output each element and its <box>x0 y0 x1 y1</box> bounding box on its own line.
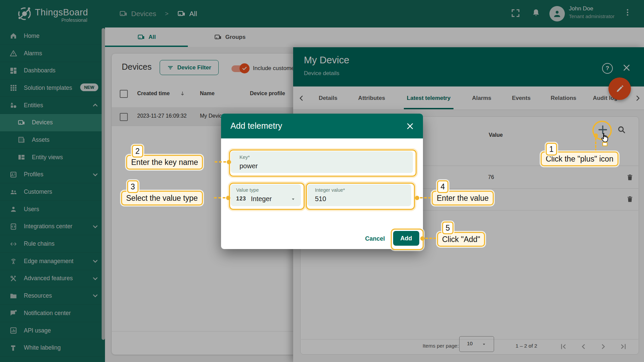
numeric-type-icon: 123 <box>236 196 246 202</box>
cancel-button[interactable]: Cancel <box>360 233 390 245</box>
value-type-value: Integer <box>251 195 272 203</box>
key-value: power <box>239 162 258 170</box>
connector-dot <box>415 196 419 200</box>
callout-3-number: 3 <box>127 180 139 193</box>
close-icon[interactable] <box>406 122 414 130</box>
integer-label: Integer value* <box>315 187 345 193</box>
connector-line-1 <box>595 138 596 152</box>
callout-5-number: 5 <box>442 222 453 234</box>
connector-dot <box>227 160 231 164</box>
callout-1-number: 1 <box>546 143 557 156</box>
key-input[interactable]: Key* power <box>231 151 413 173</box>
connector-dot <box>420 236 425 241</box>
hand-cursor-icon <box>599 132 609 143</box>
add-button-highlight <box>391 229 424 250</box>
connector-dot <box>226 196 230 200</box>
cursor-cuff <box>602 142 607 146</box>
connector-line-4 <box>420 197 431 198</box>
callout-2-number: 2 <box>132 145 143 158</box>
caret-down-icon <box>290 196 296 202</box>
key-label: Key* <box>239 155 250 160</box>
callout-4-number: 4 <box>437 180 448 193</box>
integer-value-input[interactable]: Integer value* 510 <box>308 184 411 206</box>
connector-dot <box>594 133 598 138</box>
integer-value: 510 <box>315 195 326 203</box>
dialog-header: Add telemetry <box>221 114 423 138</box>
connector-line-3 <box>214 197 225 198</box>
connector-line-5 <box>425 238 436 239</box>
dialog-title: Add telemetry <box>230 121 282 131</box>
value-type-label: Value type <box>236 187 259 193</box>
connector-line-2 <box>215 161 226 163</box>
value-type-select[interactable]: Value type 123 Integer <box>231 184 301 206</box>
